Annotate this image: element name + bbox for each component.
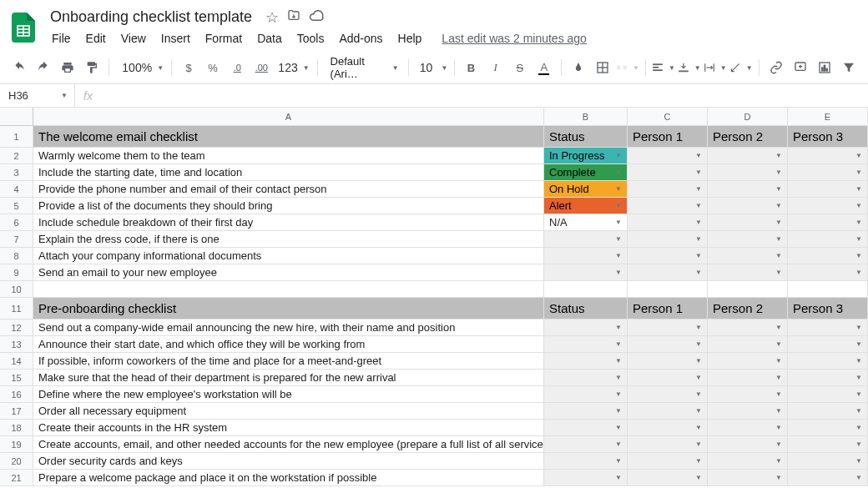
empty-cell[interactable] (628, 281, 708, 298)
person-dropdown[interactable]: ▼ (788, 353, 868, 370)
person-dropdown[interactable]: ▼ (628, 198, 708, 214)
person-dropdown[interactable]: ▼ (788, 453, 868, 470)
person-header-2[interactable]: Person 2 (708, 298, 788, 319)
menu-help[interactable]: Help (391, 28, 429, 48)
person-dropdown[interactable]: ▼ (708, 453, 788, 470)
task-cell[interactable]: Prepare a welcome package and place it o… (33, 470, 544, 486)
section2-title[interactable]: Pre-onboarding checklist (33, 298, 544, 319)
person-dropdown[interactable]: ▼ (628, 353, 708, 370)
menu-format[interactable]: Format (199, 28, 249, 48)
person-dropdown[interactable]: ▼ (788, 264, 868, 281)
redo-icon[interactable] (33, 57, 54, 78)
person-dropdown[interactable]: ▼ (788, 148, 868, 164)
person-dropdown[interactable]: ▼ (708, 353, 788, 370)
fill-color-icon[interactable] (568, 57, 589, 78)
task-cell[interactable]: Create accounts, email, and other needed… (33, 436, 544, 453)
person-dropdown[interactable]: ▼ (788, 470, 868, 486)
task-cell[interactable]: Warmly welcome them to the team (33, 148, 544, 164)
row-header[interactable]: 10 (0, 281, 33, 298)
status-dropdown[interactable]: ▼ (544, 470, 628, 486)
row-header[interactable]: 2 (0, 148, 33, 164)
person-dropdown[interactable]: ▼ (788, 231, 868, 248)
paint-format-icon[interactable] (81, 57, 103, 78)
status-dropdown[interactable]: ▼ (544, 264, 628, 281)
person-dropdown[interactable]: ▼ (708, 264, 788, 281)
person-header-1[interactable]: Person 1 (628, 126, 708, 148)
row-header[interactable]: 5 (0, 198, 33, 214)
row-header[interactable]: 19 (0, 436, 33, 453)
person-dropdown[interactable]: ▼ (708, 470, 788, 486)
empty-cell[interactable] (33, 281, 544, 298)
status-header[interactable]: Status (544, 126, 628, 148)
col-header-C[interactable]: C (628, 108, 708, 126)
rotate-icon[interactable]: ▼ (729, 57, 753, 78)
print-icon[interactable] (57, 57, 78, 78)
row-header[interactable]: 21 (0, 470, 33, 486)
star-icon[interactable]: ☆ (265, 8, 279, 27)
person-dropdown[interactable]: ▼ (788, 370, 868, 386)
person-dropdown[interactable]: ▼ (788, 181, 868, 198)
status-dropdown[interactable]: Alert▼ (544, 198, 628, 214)
person-dropdown[interactable]: ▼ (708, 181, 788, 198)
col-header-D[interactable]: D (708, 108, 788, 126)
person-dropdown[interactable]: ▼ (708, 403, 788, 420)
task-cell[interactable]: Announce their start date, and which off… (33, 336, 544, 353)
borders-icon[interactable] (592, 57, 613, 78)
person-header-2[interactable]: Person 2 (708, 126, 788, 148)
row-header[interactable]: 14 (0, 353, 33, 370)
move-icon[interactable] (287, 8, 300, 26)
person-dropdown[interactable]: ▼ (628, 248, 708, 264)
task-cell[interactable]: If possible, inform coworkers of the tim… (33, 353, 544, 370)
col-header-E[interactable]: E (788, 108, 868, 126)
row-header[interactable]: 3 (0, 164, 33, 181)
task-cell[interactable]: Define where the new employee's workstat… (33, 386, 544, 403)
row-header[interactable]: 13 (0, 336, 33, 353)
person-dropdown[interactable]: ▼ (788, 214, 868, 231)
row-header[interactable]: 8 (0, 248, 33, 264)
status-dropdown[interactable]: ▼ (544, 319, 628, 336)
person-dropdown[interactable]: ▼ (628, 214, 708, 231)
person-dropdown[interactable]: ▼ (628, 181, 708, 198)
fontsize-dropdown[interactable]: 10▼ (415, 57, 448, 78)
menu-edit[interactable]: Edit (79, 28, 113, 48)
currency-icon[interactable]: $ (178, 57, 199, 78)
row-header[interactable]: 18 (0, 420, 33, 436)
status-dropdown[interactable]: ▼ (544, 248, 628, 264)
person-dropdown[interactable]: ▼ (788, 198, 868, 214)
italic-icon[interactable]: I (485, 57, 507, 78)
person-dropdown[interactable]: ▼ (788, 403, 868, 420)
status-dropdown[interactable]: N/A▼ (544, 214, 628, 231)
status-dropdown[interactable]: On Hold▼ (544, 181, 628, 198)
person-dropdown[interactable]: ▼ (788, 420, 868, 436)
status-dropdown[interactable]: ▼ (544, 453, 628, 470)
document-title[interactable]: Onboarding checklist template (45, 7, 257, 28)
dec-increase-icon[interactable]: .00 (250, 57, 272, 78)
text-color-icon[interactable]: A (533, 57, 555, 78)
person-dropdown[interactable]: ▼ (708, 370, 788, 386)
name-box[interactable]: H36▼ (0, 84, 75, 107)
row-header[interactable]: 4 (0, 181, 33, 198)
more-formats-dropdown[interactable]: 123▼ (275, 57, 310, 78)
empty-cell[interactable] (544, 281, 628, 298)
person-dropdown[interactable]: ▼ (628, 336, 708, 353)
task-cell[interactable]: Explain the dress code, if there is one (33, 231, 544, 248)
status-dropdown[interactable]: ▼ (544, 403, 628, 420)
menu-insert[interactable]: Insert (154, 28, 197, 48)
task-cell[interactable]: Send an email to your new employee (33, 264, 544, 281)
person-dropdown[interactable]: ▼ (788, 336, 868, 353)
chart-icon[interactable] (814, 57, 835, 78)
person-dropdown[interactable]: ▼ (788, 248, 868, 264)
comment-icon[interactable] (790, 57, 811, 78)
person-dropdown[interactable]: ▼ (708, 386, 788, 403)
merge-icon[interactable]: ▼ (616, 57, 639, 78)
person-dropdown[interactable]: ▼ (708, 436, 788, 453)
person-dropdown[interactable]: ▼ (708, 164, 788, 181)
task-cell[interactable]: Create their accounts in the HR system (33, 420, 544, 436)
dec-decrease-icon[interactable]: .0 (226, 57, 248, 78)
person-dropdown[interactable]: ▼ (628, 319, 708, 336)
sheets-logo[interactable] (7, 11, 40, 44)
task-cell[interactable]: Order security cards and keys (33, 453, 544, 470)
person-dropdown[interactable]: ▼ (628, 453, 708, 470)
status-dropdown[interactable]: In Progress▼ (544, 148, 628, 164)
person-header-3[interactable]: Person 3 (788, 126, 868, 148)
